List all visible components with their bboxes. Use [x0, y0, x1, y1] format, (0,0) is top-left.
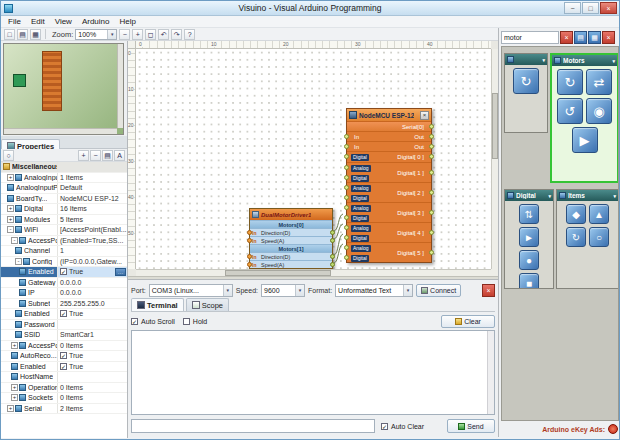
- pin-connector[interactable]: [330, 262, 335, 267]
- item-4-icon[interactable]: ○: [589, 227, 609, 247]
- block-header[interactable]: DualMotorDriver1: [250, 209, 332, 220]
- pin-connector[interactable]: [344, 235, 349, 240]
- pin-connector[interactable]: [344, 255, 349, 260]
- property-row[interactable]: Channel1: [1, 246, 127, 257]
- palette-group[interactable]: ▾↻: [504, 53, 548, 133]
- pin-connector[interactable]: [344, 154, 349, 159]
- canvas-horizontal-scrollbar[interactable]: [136, 269, 491, 276]
- pin-connector[interactable]: [429, 190, 434, 195]
- save-icon[interactable]: ▦: [30, 29, 41, 40]
- zoom-fit-icon[interactable]: ◻: [145, 29, 156, 40]
- menu-edit[interactable]: Edit: [26, 17, 50, 26]
- palette-group-header[interactable]: Items▾: [557, 190, 618, 201]
- palette-group-header[interactable]: Motors▾: [552, 55, 617, 66]
- palette-group-header[interactable]: Digital▾: [505, 190, 553, 201]
- wire[interactable]: [334, 214, 343, 231]
- nodemcu-block[interactable]: NodeMCU ESP-12 × Serial[0]InOutInOutDigi…: [346, 108, 432, 263]
- filter-icon[interactable]: ▤: [574, 31, 587, 44]
- palette-group-items[interactable]: Items▾◆▲↻○: [556, 189, 619, 289]
- pin-connector[interactable]: [344, 175, 349, 180]
- zoom-out-icon[interactable]: −: [119, 29, 130, 40]
- pin-connector[interactable]: [344, 225, 349, 230]
- pin-connector[interactable]: [429, 210, 434, 215]
- expand-toggle-icon[interactable]: +: [7, 216, 14, 223]
- property-row[interactable]: -Config(IP=0.0.0.0,Gatew...: [1, 257, 127, 268]
- pin-connector[interactable]: [330, 238, 335, 243]
- pin-connector[interactable]: [429, 124, 434, 129]
- property-row[interactable]: -WiFi[AccessPoint(Enabl...: [1, 225, 127, 236]
- property-row[interactable]: +Modules5 Items: [1, 215, 127, 226]
- pin-connector[interactable]: [429, 144, 434, 149]
- generic-motor-icon[interactable]: ↻: [513, 68, 539, 94]
- wire[interactable]: [334, 224, 343, 239]
- expand-all-icon[interactable]: +: [78, 150, 89, 161]
- categorized-icon[interactable]: ▤: [102, 150, 113, 161]
- wire[interactable]: [334, 244, 343, 263]
- pin-connector[interactable]: [344, 195, 349, 200]
- view-mode-icon[interactable]: ▦: [588, 31, 601, 44]
- expand-toggle-icon[interactable]: +: [7, 405, 14, 412]
- wire[interactable]: [334, 234, 343, 255]
- preview-vertical-scrollbar[interactable]: [117, 44, 123, 128]
- property-row[interactable]: Enabled✓True…: [1, 267, 127, 278]
- property-row[interactable]: -AccessPoint(Enabled=True,SS...: [1, 236, 127, 247]
- palette-group-motors[interactable]: Motors▾↻⇄↺◉▶: [550, 53, 619, 183]
- tab-terminal[interactable]: Terminal: [131, 298, 184, 311]
- property-row[interactable]: Gateway0.0.0.0: [1, 278, 127, 289]
- property-row[interactable]: Subnet255.255.255.0: [1, 299, 127, 310]
- port-select[interactable]: COM3 (Linux... ▾: [149, 284, 233, 297]
- canvas-vertical-scrollbar[interactable]: [491, 49, 498, 269]
- preview-horizontal-scrollbar[interactable]: [4, 128, 117, 134]
- minimize-button[interactable]: −: [564, 2, 581, 14]
- expand-toggle-icon[interactable]: +: [11, 384, 18, 391]
- pin-connector[interactable]: [429, 154, 434, 159]
- pin-connector[interactable]: [344, 185, 349, 190]
- digital-2-icon[interactable]: ►: [519, 227, 539, 247]
- dual-motor-driver-icon[interactable]: ⇄: [586, 69, 612, 95]
- pin-connector[interactable]: [344, 165, 349, 170]
- property-row[interactable]: Password: [1, 320, 127, 331]
- menu-help[interactable]: Help: [114, 17, 140, 26]
- new-file-icon[interactable]: □: [4, 29, 15, 40]
- motor-shield-icon[interactable]: ▶: [572, 127, 598, 153]
- pin-connector[interactable]: [344, 215, 349, 220]
- terminal-output[interactable]: [131, 330, 495, 415]
- pin-connector[interactable]: [429, 170, 434, 175]
- zoom-in-icon[interactable]: +: [132, 29, 143, 40]
- menu-view[interactable]: View: [50, 17, 77, 26]
- component-search-input[interactable]: [501, 31, 559, 44]
- pin-connector[interactable]: [344, 245, 349, 250]
- expand-toggle-icon[interactable]: -: [15, 258, 22, 265]
- send-button[interactable]: Send: [447, 419, 495, 433]
- pin-connector[interactable]: [330, 230, 335, 235]
- tab-scope[interactable]: Scope: [186, 298, 229, 311]
- speed-select[interactable]: 9600 ▾: [261, 284, 305, 297]
- property-row[interactable]: Miscellaneous: [1, 162, 127, 173]
- checkbox-icon[interactable]: ✓: [60, 310, 67, 317]
- auto-clear-checkbox[interactable]: ✓ Auto Clear: [381, 423, 424, 430]
- property-row[interactable]: +Operations0 Items: [1, 383, 127, 394]
- send-input[interactable]: [131, 419, 375, 433]
- search-icon[interactable]: ○: [3, 150, 14, 161]
- property-row[interactable]: +AnalogInput1 Items: [1, 173, 127, 184]
- palette-group-header[interactable]: ▾: [505, 54, 547, 65]
- pin-connector[interactable]: [344, 134, 349, 139]
- board-preview[interactable]: [3, 43, 124, 135]
- collapse-all-icon[interactable]: −: [90, 150, 101, 161]
- undo-icon[interactable]: ↶: [158, 29, 169, 40]
- digital-4-icon[interactable]: ■: [519, 273, 539, 289]
- connect-button[interactable]: Connect: [416, 284, 461, 297]
- item-1-icon[interactable]: ◆: [566, 204, 586, 224]
- menu-arduino[interactable]: Arduino: [77, 17, 115, 26]
- stepper-motor-icon[interactable]: ↺: [557, 98, 583, 124]
- close-button[interactable]: ×: [600, 2, 617, 14]
- expand-toggle-icon[interactable]: +: [11, 394, 18, 401]
- hold-checkbox[interactable]: Hold: [183, 318, 207, 325]
- property-row[interactable]: SSIDSmartCar1: [1, 330, 127, 341]
- property-row[interactable]: AnalogInputPi...Default: [1, 183, 127, 194]
- property-row[interactable]: Enabled✓True: [1, 309, 127, 320]
- property-row[interactable]: +AccessPoints0 Items: [1, 341, 127, 352]
- clear-button[interactable]: Clear: [441, 315, 495, 328]
- property-row[interactable]: IP0.0.0.0: [1, 288, 127, 299]
- digital-1-icon[interactable]: ⇅: [519, 204, 539, 224]
